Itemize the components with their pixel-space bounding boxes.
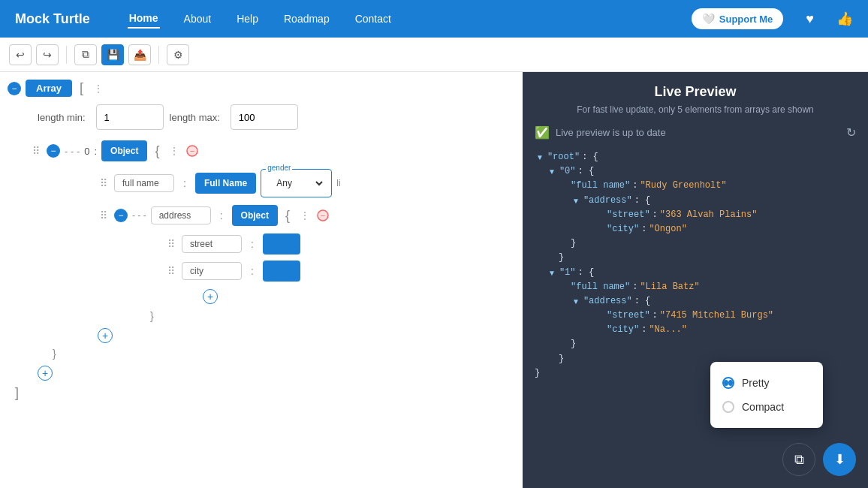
json-item-1-row: ▼ "1" : { <box>547 266 856 280</box>
json-city-key-1: "city" <box>607 323 639 337</box>
json-address-1-collapse[interactable]: ▼ <box>571 297 581 306</box>
address-drag-handle: ⠿ <box>98 209 110 221</box>
json-city-1: "city" : "Na..." <box>607 323 856 337</box>
json-city-val-0: "Ongon" <box>649 222 686 236</box>
delete-address-btn[interactable]: − <box>317 209 329 221</box>
svg-text:−: − <box>321 211 325 220</box>
toolbar: ↩ ↪ ⧉ 💾 📤 ⚙ <box>0 38 868 72</box>
array-close-bracket: ] <box>15 385 515 401</box>
length-min-input[interactable]: 1 <box>96 104 164 130</box>
street-colon: : <box>251 238 254 250</box>
city-colon: : <box>251 265 254 277</box>
nav-roadmap[interactable]: Roadmap <box>282 10 331 28</box>
json-item-1-collapse[interactable]: ▼ <box>547 269 557 277</box>
full-name-row: ⠿ full name : Full Name gender Any Male … <box>98 169 515 197</box>
json-address-1-row: ▼ "address" : { <box>571 294 856 309</box>
delete-object-btn[interactable]: − <box>186 145 198 157</box>
copy-schema-button[interactable]: ⧉ <box>74 44 97 65</box>
format-compact-option[interactable]: Compact <box>710 395 823 419</box>
copy-json-btn[interactable]: ⧉ <box>782 443 815 476</box>
navbar: Mock Turtle Home About Help Roadmap Cont… <box>0 0 868 38</box>
save-button[interactable]: 💾 <box>101 44 124 65</box>
json-address-1-content: "street" : "7415 Mitchell Burgs" "city" … <box>571 309 856 337</box>
compact-label: Compact <box>742 401 784 413</box>
thumb-icon[interactable]: 👍 <box>836 11 853 27</box>
colon-sep: : <box>94 146 97 157</box>
json-item-0-collapse[interactable]: ▼ <box>547 167 557 176</box>
nav-help[interactable]: Help <box>235 10 260 28</box>
settings-button[interactable]: ⚙ <box>167 44 189 65</box>
object-open-brace: { <box>155 143 159 159</box>
object-index: - - - <box>65 146 80 157</box>
main-content: − Array [ ⋮ length min: 1 length max: 10… <box>0 72 868 488</box>
object-row: ⠿ − - - - 0 : Object { ⋮ − <box>30 140 515 161</box>
array-type-btn[interactable]: Array <box>26 80 72 97</box>
gender-select[interactable]: Any Male Female <box>267 173 325 194</box>
heart-icon[interactable]: ♥ <box>806 11 814 27</box>
nav-contact[interactable]: Contact <box>354 10 393 28</box>
undo-button[interactable]: ↩ <box>9 44 32 65</box>
preview-status-bar: ✅ Live preview is up to date ↻ <box>535 125 856 140</box>
address-open-brace: { <box>285 208 290 224</box>
nav-home[interactable]: Home <box>128 9 160 29</box>
address-type-btn[interactable]: Object <box>232 205 278 226</box>
add-address-field-btn[interactable]: + <box>203 289 218 304</box>
json-item-0-row: ▼ "0" : { <box>547 164 856 179</box>
app-logo: Mock Turtle <box>15 11 90 27</box>
street-field[interactable]: street <box>182 235 242 253</box>
preview-subtitle: For fast live update, only 5 elements fr… <box>535 104 856 115</box>
city-type-btn[interactable] <box>263 261 300 282</box>
city-field[interactable]: city <box>182 262 242 280</box>
full-name-field[interactable]: full name <box>114 174 174 192</box>
address-collapse-btn[interactable]: − <box>114 209 128 222</box>
add-array-item-row: + <box>38 366 515 381</box>
object-type-btn[interactable]: Object <box>101 140 147 161</box>
nav-about[interactable]: About <box>182 10 213 28</box>
json-fullname-key-1: "full name" <box>571 280 630 294</box>
object-drag-handle: ⠿ <box>30 145 42 157</box>
array-collapse-btn[interactable]: − <box>8 82 21 95</box>
format-pretty-option[interactable]: Pretty <box>710 371 823 395</box>
live-preview-panel: Live Preview For fast live update, only … <box>523 72 868 488</box>
json-fullname-val-1: "Lila Batz" <box>640 280 699 294</box>
toolbar-separator-1 <box>66 46 67 64</box>
street-type-btn[interactable] <box>263 233 300 255</box>
download-icon: ⬇ <box>834 451 845 468</box>
object-options-handle: ⋮ <box>167 145 182 157</box>
status-text: Live preview is up to date <box>556 127 666 138</box>
json-address-key-0: "address" <box>583 194 632 208</box>
action-buttons: ⧉ ⬇ <box>782 443 856 476</box>
preview-title: Live Preview <box>535 84 856 100</box>
redo-button[interactable]: ↪ <box>36 44 59 65</box>
json-street-key-1: "street" <box>607 309 650 323</box>
length-max-input[interactable]: 100 <box>231 104 298 130</box>
svg-text:−: − <box>190 146 194 155</box>
json-item-1-content: "full name" : "Lila Batz" ▼ "address" : … <box>547 280 856 352</box>
json-root-collapse[interactable]: ▼ <box>535 153 545 161</box>
upload-button[interactable]: 📤 <box>128 44 151 65</box>
object-index-label: 0 <box>84 146 89 157</box>
json-fullname-val-0: "Rudy Greenholt" <box>640 179 726 193</box>
add-object-field-row: + <box>98 328 515 343</box>
refresh-preview-btn[interactable]: ↻ <box>846 125 856 140</box>
gender-select-container: gender Any Male Female <box>261 169 332 197</box>
json-tree: ▼ "root" : { ▼ "0" : { "full name" : "Ru… <box>535 150 856 381</box>
json-fullname-0: "full name" : "Rudy Greenholt" <box>571 179 856 193</box>
status-check-icon: ✅ <box>535 125 550 140</box>
support-label: Support Me <box>719 14 773 25</box>
add-object-field-btn[interactable]: + <box>98 328 113 343</box>
support-button[interactable]: 🤍 Support Me <box>692 8 784 29</box>
status-left: ✅ Live preview is up to date <box>535 125 666 140</box>
add-array-item-btn[interactable]: + <box>38 366 53 381</box>
fullname-drag-handle: ⠿ <box>98 177 110 189</box>
json-city-val-1: "Na..." <box>649 323 686 337</box>
object-collapse-btn[interactable]: − <box>47 144 60 158</box>
json-address-0-collapse[interactable]: ▼ <box>571 197 581 205</box>
address-field[interactable]: address <box>151 206 211 224</box>
json-address-0-content: "street" : "363 Alvah Plains" "city" : "… <box>571 208 856 236</box>
city-drag-handle: ⠿ <box>165 265 177 277</box>
download-json-btn[interactable]: ⬇ <box>823 443 856 476</box>
copy-icon: ⧉ <box>794 452 804 468</box>
address-row: ⠿ − - - - address : Object { ⋮ − <box>98 205 515 226</box>
full-name-type-btn[interactable]: Full Name <box>195 173 256 194</box>
